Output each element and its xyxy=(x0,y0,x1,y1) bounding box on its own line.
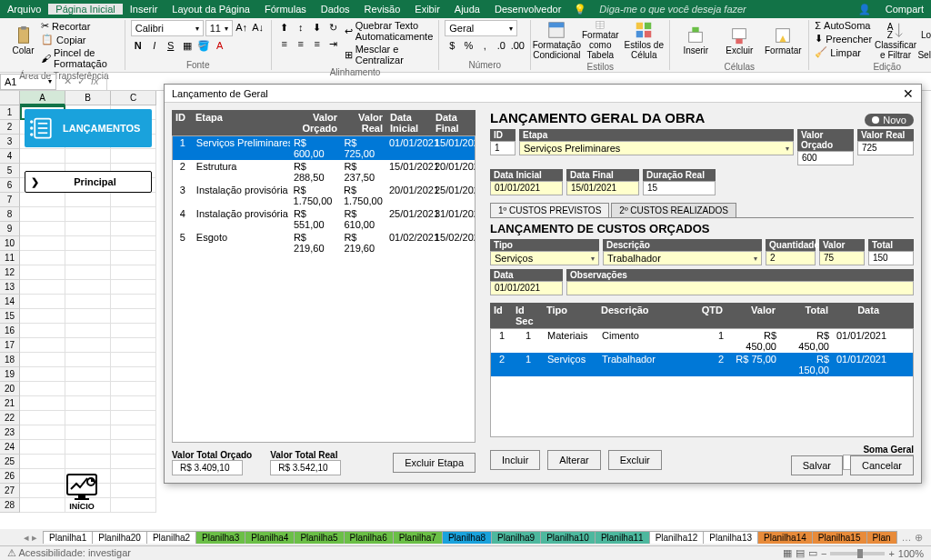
decrease-decimal-button[interactable]: .00 xyxy=(510,38,525,53)
sheet-tab[interactable]: Planilha20 xyxy=(92,531,147,544)
align-middle-button[interactable]: ↕ xyxy=(294,20,308,35)
row-header[interactable]: 4 xyxy=(0,149,20,164)
cell[interactable] xyxy=(65,280,111,295)
left-grid-row[interactable]: 2EstruturaR$ 288,50R$ 237,5015/01/202120… xyxy=(173,160,475,184)
row-header[interactable]: 17 xyxy=(0,338,20,353)
field-df-input[interactable]: 15/01/2021 xyxy=(566,181,639,195)
cell[interactable] xyxy=(111,265,156,280)
principal-button[interactable]: ❯ Principal xyxy=(25,171,152,193)
field-tipo-select[interactable]: Serviços▾ xyxy=(490,251,599,265)
currency-button[interactable]: $ xyxy=(445,38,459,53)
field-qtd-input[interactable]: 2 xyxy=(766,251,816,265)
cell[interactable] xyxy=(111,280,156,295)
align-top-button[interactable]: ⬆ xyxy=(277,20,292,35)
cell[interactable] xyxy=(20,338,65,353)
row-header[interactable]: 20 xyxy=(0,382,20,396)
merge-center-button[interactable]: ⊞Mesclar e Centralizar xyxy=(345,44,434,65)
cell[interactable] xyxy=(111,193,156,207)
cell[interactable] xyxy=(65,411,111,425)
sheet-tab[interactable]: Planilha2 xyxy=(146,531,196,544)
paste-button[interactable]: Colar xyxy=(9,20,37,60)
field-id-input[interactable]: 1 xyxy=(490,141,516,155)
excluir-etapa-button[interactable]: Excluir Etapa xyxy=(393,453,476,473)
format-as-table-button[interactable]: Formatar como Tabela xyxy=(580,20,620,60)
row-header[interactable]: 6 xyxy=(0,178,20,193)
cell[interactable] xyxy=(65,309,111,324)
view-page-button[interactable]: ▤ xyxy=(796,547,805,559)
sheet-tab[interactable]: Planilha5 xyxy=(294,531,344,544)
percent-button[interactable]: % xyxy=(461,38,476,53)
incluir-button[interactable]: Incluir xyxy=(490,450,540,470)
zoom-out-button[interactable]: − xyxy=(821,548,826,559)
cell[interactable] xyxy=(111,251,156,265)
sort-filter-button[interactable]: AZClassificar e Filtrar xyxy=(876,20,916,60)
cell[interactable] xyxy=(65,251,111,265)
conditional-formatting-button[interactable]: Formatação Condicional xyxy=(536,20,576,60)
sheet-tab[interactable]: Plan xyxy=(866,531,897,544)
novo-button[interactable]: Novo xyxy=(865,114,914,126)
row-header[interactable]: 5 xyxy=(0,164,20,178)
accessibility-status[interactable]: ⚠ Acessibilidade: investigar xyxy=(7,547,131,559)
font-color-button[interactable]: A xyxy=(213,38,227,53)
enter-formula-icon[interactable]: ✓ xyxy=(77,75,85,87)
left-grid-row[interactable]: 3Instalação provisória de águaR$ 1.750,0… xyxy=(173,184,475,207)
font-size-dropdown[interactable]: 11▾ xyxy=(205,20,233,36)
row-header[interactable]: 1 xyxy=(0,105,20,120)
cell[interactable] xyxy=(111,236,156,251)
border-button[interactable]: ▦ xyxy=(180,38,195,53)
cell[interactable] xyxy=(20,469,65,484)
field-di-input[interactable]: 01/01/2021 xyxy=(490,181,563,195)
right-grid-row[interactable]: 11MateriaisCimento1R$ 450,00R$ 450,0001/… xyxy=(491,329,913,353)
cell[interactable] xyxy=(20,193,65,207)
excluir-button[interactable]: Excluir xyxy=(608,450,662,470)
cell[interactable] xyxy=(65,193,111,207)
format-painter-button[interactable]: 🖌Pincel de Formatação xyxy=(41,47,119,69)
cell[interactable] xyxy=(20,265,65,280)
row-header[interactable]: 22 xyxy=(0,411,20,425)
menu-pagina-inicial[interactable]: Página Inicial xyxy=(48,4,122,15)
sheet-tab[interactable]: Planilha9 xyxy=(491,531,541,544)
cell[interactable] xyxy=(20,251,65,265)
cell-styles-button[interactable]: Estilos de Célula xyxy=(624,20,664,60)
left-grid-row[interactable]: 1Serviços PreliminaresR$ 600,00R$ 725,00… xyxy=(173,136,475,160)
col-header[interactable]: A xyxy=(20,91,65,105)
cell[interactable] xyxy=(65,222,111,236)
field-data-input[interactable]: 01/01/2021 xyxy=(490,281,563,295)
sheet-tab[interactable]: Planilha14 xyxy=(757,531,813,544)
fill-button[interactable]: ⬇Preencher xyxy=(815,33,872,45)
sheet-tab[interactable]: Planilha6 xyxy=(344,531,394,544)
align-center-button[interactable]: ≡ xyxy=(294,36,308,51)
menu-inserir[interactable]: Inserir xyxy=(123,4,165,15)
cell[interactable] xyxy=(65,149,111,164)
sheet-tab[interactable]: Planilha15 xyxy=(812,531,867,544)
tab-custos-realizados[interactable]: 2º CUSTOS REALIZADOS xyxy=(611,203,736,217)
cell[interactable] xyxy=(20,222,65,236)
sheet-tab[interactable]: Planilha13 xyxy=(703,531,758,544)
row-header[interactable]: 2 xyxy=(0,120,20,135)
view-break-button[interactable]: ▭ xyxy=(808,547,817,559)
cell[interactable] xyxy=(20,440,65,455)
zoom-slider[interactable] xyxy=(830,552,885,555)
menu-formulas[interactable]: Fórmulas xyxy=(257,4,314,15)
cancelar-button[interactable]: Cancelar xyxy=(850,455,914,475)
cell[interactable] xyxy=(65,367,111,382)
row-header[interactable]: 24 xyxy=(0,440,20,455)
view-normal-button[interactable]: ▦ xyxy=(783,547,792,559)
sheet-tab[interactable]: Planilha1 xyxy=(43,531,93,544)
sheet-tab[interactable]: Planilha8 xyxy=(442,531,492,544)
right-grid[interactable]: 11MateriaisCimento1R$ 450,00R$ 450,0001/… xyxy=(490,328,914,437)
cell[interactable] xyxy=(20,280,65,295)
left-grid-row[interactable]: 4Instalação provisória de energiaR$ 551,… xyxy=(173,207,475,231)
field-etapa-select[interactable]: Serviços Preliminares▾ xyxy=(519,141,794,155)
tell-me-input[interactable]: Diga-me o que você deseja fazer xyxy=(592,4,753,15)
format-cells-button[interactable]: Formatar xyxy=(763,20,803,60)
cell[interactable] xyxy=(65,207,111,222)
col-header[interactable]: C xyxy=(111,91,156,105)
cell[interactable] xyxy=(20,149,65,164)
row-header[interactable]: 18 xyxy=(0,353,20,367)
wrap-text-button[interactable]: ↩Quebrar Texto Automaticamente xyxy=(345,20,434,42)
cell[interactable] xyxy=(20,207,65,222)
name-box[interactable]: A1▾ xyxy=(0,74,56,90)
increase-font-button[interactable]: A↑ xyxy=(235,20,249,35)
row-header[interactable]: 28 xyxy=(0,498,20,513)
